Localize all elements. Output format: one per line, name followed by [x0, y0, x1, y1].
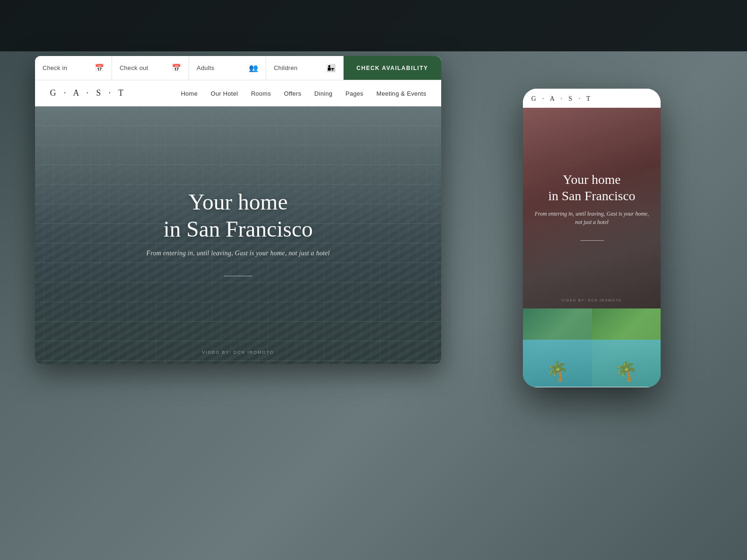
nav-item-home[interactable]: Home	[181, 89, 197, 98]
desktop-logo: G · A · S · T	[50, 88, 126, 98]
thumb-decoration-2: 🌴	[592, 308, 661, 387]
check-availability-button[interactable]: CHECK AVAILABILITY	[344, 56, 441, 80]
palm-icon-2: 🌴	[614, 360, 638, 382]
mobile-header: G · A · S · T	[523, 89, 661, 108]
checkin-field[interactable]: Check in 📅	[35, 56, 112, 80]
mobile-hero: Your homein San Francisco From entering …	[523, 108, 661, 308]
nav-item-pages[interactable]: Pages	[345, 89, 363, 98]
thumb-decoration-1: 🌴	[523, 308, 592, 387]
nav-bar: G · A · S · T Home Our Hotel Rooms Offer…	[35, 80, 441, 106]
children-label: Children	[274, 64, 297, 71]
children-field[interactable]: Children 👨‍👧	[266, 56, 343, 80]
calendar-icon-2: 📅	[172, 63, 181, 72]
palm-icon-1: 🌴	[546, 360, 569, 382]
mobile-hero-divider	[580, 240, 604, 241]
children-icon: 👨‍👧	[326, 63, 336, 72]
desktop-mockup: Check in 📅 Check out 📅 Adults 👥 Children…	[35, 56, 441, 364]
checkout-field[interactable]: Check out 📅	[112, 56, 189, 80]
mobile-hero-title: Your homein San Francisco	[539, 171, 645, 204]
nav-item-dining[interactable]: Dining	[314, 89, 332, 98]
checkout-label: Check out	[120, 64, 148, 71]
hero-section: Your homein San Francisco From entering …	[35, 106, 441, 364]
nav-item-meeting[interactable]: Meeting & Events	[376, 89, 426, 98]
hero-video-credit: VIDEO BY: DCH IROMOTO	[202, 350, 274, 355]
calendar-icon: 📅	[95, 63, 104, 72]
mobile-video-credit: VIDEO BY: DCH IROMOTO	[562, 299, 622, 302]
mobile-mockup: G · A · S · T Your homein San Francisco …	[523, 89, 661, 387]
hero-title: Your homein San Francisco	[163, 189, 313, 242]
checkin-label: Check in	[42, 64, 67, 71]
nav-item-hotel[interactable]: Our Hotel	[211, 89, 238, 98]
hero-subtitle: From entering in, until leaving, Gast is…	[147, 250, 330, 257]
booking-bar: Check in 📅 Check out 📅 Adults 👥 Children…	[35, 56, 441, 80]
mobile-hero-bg	[523, 108, 661, 308]
mobile-thumb-2: 🌴	[592, 308, 661, 387]
adults-field[interactable]: Adults 👥	[189, 56, 266, 80]
mobile-thumb-1: 🌴	[523, 308, 592, 387]
mobile-logo: G · A · S · T	[531, 95, 652, 103]
top-dark-bar	[0, 0, 747, 51]
nav-item-offers[interactable]: Offers	[284, 89, 301, 98]
nav-item-rooms[interactable]: Rooms	[251, 89, 271, 98]
adults-icon: 👥	[249, 63, 258, 72]
mobile-thumbnails: 🌴 🌴	[523, 308, 661, 387]
nav-links: Home Our Hotel Rooms Offers Dining Pages…	[181, 89, 426, 98]
hero-divider	[224, 276, 252, 276]
adults-label: Adults	[197, 64, 214, 71]
mobile-hero-subtitle: From entering in, until leaving, Gast is…	[523, 210, 661, 226]
